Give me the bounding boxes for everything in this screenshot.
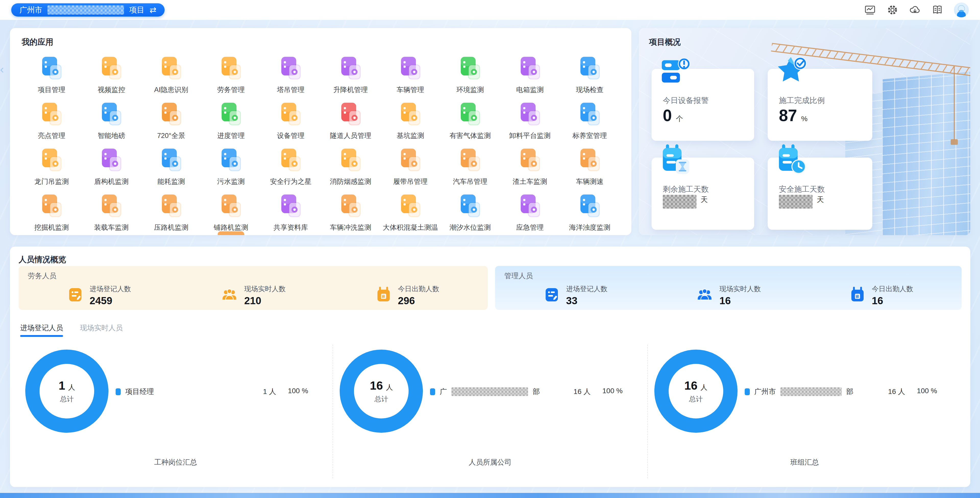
app-item[interactable]: 安全行为之星 [261,146,321,186]
app-item[interactable]: 标养室管理 [560,100,620,140]
app-item[interactable]: 铺路机监测 [201,192,261,232]
chart-title: 工种岗位汇总 [19,457,332,467]
app-item[interactable]: 汽车吊管理 [440,146,500,186]
app-item[interactable]: 车辆冲洗监测 [321,192,380,232]
app-item[interactable]: 车辆测速 [560,146,620,186]
app-item[interactable]: 龙门吊监测 [22,146,81,186]
personnel-stat: 班 今日出勤人数 16 [850,284,913,306]
personnel-overview-panel: 人员情况概览 劳务人员 进场登记人数 2459 现场实时人数 210 班 [10,247,970,487]
app-label: 装载车监测 [94,223,129,232]
stat-label: 安全施工天数 [779,184,825,195]
stat-label: 施工完成比例 [779,95,825,106]
app-item[interactable]: 720°全景 [142,100,201,140]
legend-row: 项目经理 1 人 100 % [116,387,308,396]
cloud-download-icon[interactable] [909,4,921,16]
app-item[interactable]: 潮汐水位监测 [440,192,500,232]
app-icon [516,192,544,221]
app-item[interactable]: 污水监测 [201,146,261,186]
donut-total-value: 16 [684,379,697,392]
app-item[interactable]: 履带吊管理 [380,146,440,186]
app-item[interactable]: 环境监测 [440,55,500,94]
app-item[interactable]: 车辆管理 [380,55,440,94]
app-item[interactable]: 有害气体监测 [440,100,500,140]
management-stats: 进场登记人数 33 现场实时人数 16 班 今日出勤人数 16 [495,281,962,310]
manual-icon[interactable] [932,4,943,16]
tab-registered-personnel[interactable]: 进场登记人员 [20,323,63,337]
project-switcher[interactable]: 广州市 项目 ⇄ [11,3,165,17]
app-item[interactable]: 隧道人员管理 [321,100,380,140]
app-icon [97,55,125,83]
app-item[interactable]: 盾构机监测 [81,146,141,186]
app-item[interactable]: 应急管理 [500,192,560,232]
app-item[interactable]: 进度管理 [201,100,261,140]
app-item[interactable]: 塔吊管理 [261,55,321,94]
app-item[interactable]: 亮点管理 [22,100,81,140]
app-icon [576,146,604,175]
legend-count: 16 人 [573,387,590,396]
register-icon [544,287,560,304]
app-item[interactable]: 渣土车监测 [500,146,560,186]
app-item[interactable]: AI隐患识别 [142,55,201,94]
app-icon [337,55,364,83]
app-item[interactable]: 电箱监测 [500,55,560,94]
app-icon [337,146,364,175]
masked-value [779,195,813,209]
app-item[interactable]: 共享资料库 [261,192,321,232]
app-icon [38,146,65,175]
project-name-masked [48,5,124,14]
app-label: 进度管理 [217,131,245,140]
legend-label-suffix: 部 [533,387,540,396]
app-item[interactable]: 挖掘机监测 [22,192,81,232]
topbar-icons [864,3,969,17]
topbar: 广州市 项目 ⇄ [0,0,980,20]
chart-section: 16 人 总计 广 部 16 人 100 % 人员所属公司 [332,344,647,478]
app-icon [456,100,484,129]
legend-label-prefix: 广 [440,387,447,396]
app-icon [277,192,304,221]
app-item[interactable]: 智能地磅 [81,100,141,140]
app-label: 盾构机监测 [94,177,129,186]
app-item[interactable]: 能耗监测 [142,146,201,186]
app-item[interactable]: 大体积混凝土测温 [380,192,440,232]
app-item[interactable]: 升降机管理 [321,55,380,94]
app-item[interactable]: 卸料平台监测 [500,100,560,140]
stat-value: 210 [244,295,286,306]
project-stat-card: 安全施工天数 天 [768,158,872,230]
sidebar-collapse-icon[interactable]: ‹ [0,63,4,75]
app-icon [217,100,245,129]
app-item[interactable]: 海洋浊度监测 [560,192,620,232]
app-icon [277,55,304,83]
stat-value: 16 [719,295,761,306]
chart-title: 班组汇总 [648,457,962,467]
app-label: 污水监测 [217,177,245,186]
app-item[interactable]: 消防烟感监测 [321,146,380,186]
app-item[interactable]: 基坑监测 [380,100,440,140]
app-icon [38,192,65,221]
app-item[interactable]: 现场检查 [560,55,620,94]
app-item[interactable]: 压路机监测 [142,192,201,232]
app-item[interactable]: 视频监控 [81,55,141,94]
app-label: 履带吊管理 [393,177,428,186]
tab-realtime-personnel[interactable]: 现场实时人员 [80,323,123,337]
settings-icon[interactable] [886,4,898,16]
app-item[interactable]: 劳务管理 [201,55,261,94]
user-avatar[interactable] [954,3,969,17]
donut-total-label: 总计 [374,395,388,404]
app-icon [456,55,484,83]
stat-value: 0 [663,106,672,125]
my-apps-title: 我的应用 [22,37,620,48]
app-icon [97,146,125,175]
app-icon [158,146,185,175]
app-icon [576,100,604,129]
app-item[interactable]: 装载车监测 [81,192,141,232]
donut-chart: 1 人 总计 [25,350,108,433]
app-icon [516,146,544,175]
app-label: AI隐患识别 [154,85,188,94]
app-icon [217,192,245,221]
dashboard-icon[interactable] [864,4,876,16]
app-item[interactable]: 设备管理 [261,100,321,140]
app-item[interactable]: 项目管理 [22,55,81,94]
app-label: 龙门吊监测 [35,177,69,186]
app-label: 车辆管理 [396,85,424,94]
stat-label: 今日设备报警 [663,95,709,106]
